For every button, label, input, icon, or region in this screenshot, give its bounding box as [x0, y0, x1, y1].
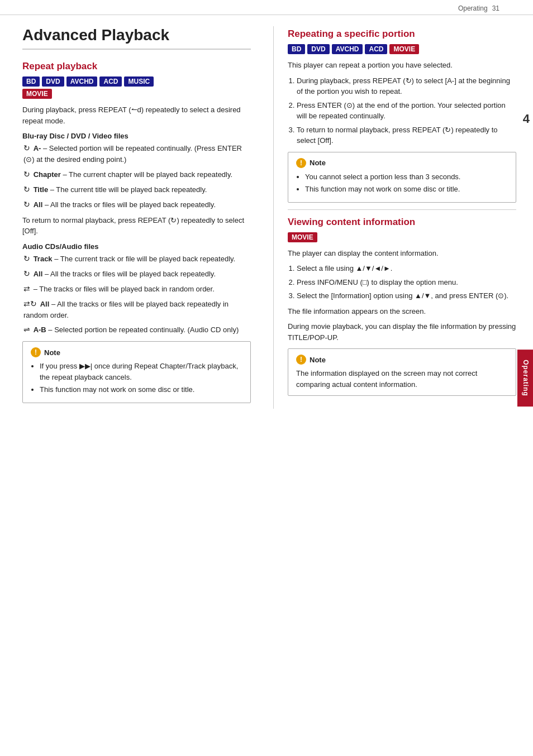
viewing-step-3: Select the [Information] option using ▲/… — [297, 290, 516, 302]
specific-note-item-1: You cannot select a portion less than 3 … — [305, 171, 508, 183]
repeat-item-chapter: ↻ Chapter – The current chapter will be … — [22, 169, 251, 180]
header-page: 31 — [492, 4, 499, 12]
audio-icon-track: ↻ — [23, 254, 30, 263]
specific-step-3: To return to normal playback, press REPE… — [297, 125, 516, 146]
specific-badge-row: BD DVD AVCHD ACD MOVIE — [288, 44, 516, 54]
viewing-note-icon: ! — [296, 355, 306, 365]
viewing-note-title: ! Note — [296, 355, 508, 365]
specific-steps-list: During playback, press REPEAT (↻) to sel… — [297, 75, 516, 146]
audio-item-random: ⇄ – The tracks or files will be played b… — [22, 283, 251, 295]
right-divider — [288, 209, 516, 210]
repeat-badge-row: BD DVD AVCHD ACD MUSIC — [22, 76, 251, 87]
audio-item-all-text: – All the tracks or files will be played… — [45, 270, 216, 278]
audio-item-random-text: – The tracks or files will be played bac… — [34, 285, 215, 293]
specific-note-icon: ! — [296, 158, 306, 168]
repeat-item-all-bold: All — [34, 200, 43, 209]
specific-intro: This player can repeat a portion you hav… — [288, 60, 516, 71]
specific-badge-bd: BD — [288, 44, 305, 54]
repeat-icon-all: ↻ — [23, 200, 30, 209]
repeat-item-chapter-text: – The current chapter will be played bac… — [63, 170, 232, 179]
repeat-item-a-bold: A- — [34, 144, 41, 152]
repeat-item-all-text: – All the tracks or files will be played… — [45, 200, 216, 209]
repeat-note-box: ! Note If you press ▶▶| once during Repe… — [22, 341, 251, 403]
viewing-note-box: ! Note The information displayed on the … — [288, 348, 516, 396]
badge-movie: MOVIE — [22, 89, 52, 99]
audio-item-ab: ⇌ A-B – Selected portion be repeated con… — [22, 324, 251, 336]
repeat-item-chapter-bold: Chapter — [34, 170, 61, 179]
specific-section-title: Repeating a specific portion — [288, 28, 516, 40]
viewing-after-steps: The file information appears on the scre… — [288, 306, 516, 317]
viewing-intro: The player can display the content infor… — [288, 248, 516, 259]
specific-badge-acd: ACD — [365, 44, 387, 54]
badge-acd: ACD — [99, 76, 122, 87]
viewing-step-2: Press INFO/MENU (□) to display the optio… — [297, 277, 516, 288]
specific-step-1: During playback, press REPEAT (↻) to sel… — [297, 75, 516, 97]
badge-music: MUSIC — [124, 76, 154, 87]
repeat-item-all: ↻ All – All the tracks or files will be … — [22, 199, 251, 210]
audio-item-random-all-bold: All — [40, 300, 50, 308]
viewing-section-title: Viewing content information — [288, 217, 516, 228]
audio-icon-random: ⇄ — [23, 284, 30, 293]
repeat-icon-chapter: ↻ — [23, 170, 30, 179]
repeat-note-list: If you press ▶▶| once during Repeat Chap… — [40, 361, 242, 395]
viewing-movie-text: During movie playback, you can display t… — [288, 321, 516, 343]
audio-icon-ab: ⇌ — [23, 325, 30, 334]
repeat-item-a-text: – Selected portion will be repeated cont… — [23, 144, 242, 164]
repeat-badge-row2: MOVIE — [22, 89, 251, 99]
audio-item-random-all: ⇄↻ All – All the tracks or files will be… — [22, 298, 251, 321]
repeat-note-item-1: If you press ▶▶| once during Repeat Chap… — [40, 361, 242, 382]
badge-dvd: DVD — [42, 76, 64, 87]
repeat-note-item-2: This function may not work on some disc … — [40, 384, 242, 395]
audio-item-all-bold: All — [34, 270, 43, 278]
audio-subtitle: Audio CDs/Audio files — [22, 242, 251, 251]
repeat-item-title-text: – The current title will be played back … — [50, 185, 207, 194]
repeat-section-title: Repeat playback — [22, 61, 251, 72]
repeat-item-title-bold: Title — [34, 185, 49, 194]
viewing-badge-movie: MOVIE — [288, 232, 317, 242]
specific-section: Repeating a specific portion BD DVD AVCH… — [288, 28, 516, 203]
repeat-item-title: ↻ Title – The current title will be play… — [22, 184, 251, 195]
bluray-subtitle: Blu-ray Disc / DVD / Video files — [22, 132, 251, 140]
specific-badge-avchd: AVCHD — [332, 44, 363, 54]
repeat-intro: During playback, press REPEAT (↼d) repea… — [22, 104, 251, 126]
badge-bd: BD — [22, 76, 40, 87]
audio-item-ab-bold: A-B — [34, 326, 46, 334]
repeat-note-title: ! Note — [31, 347, 242, 357]
header-section: Operating — [458, 4, 488, 12]
audio-item-all: ↻ All – All the tracks or files will be … — [22, 268, 251, 280]
audio-item-track-text: – The current track or file will be play… — [54, 255, 235, 263]
specific-step-2: Press ENTER (⊙) at the end of the portio… — [297, 100, 516, 122]
audio-item-track-bold: Track — [34, 255, 53, 263]
audio-item-random-all-text: – All the tracks or files will be played… — [23, 300, 229, 319]
viewing-step-1: Select a file using ▲/▼/◄/►. — [297, 263, 516, 274]
audio-item-track: ↻ Track – The current track or file will… — [22, 253, 251, 265]
repeat-return-text: To return to normal playback, press REPE… — [22, 215, 251, 237]
content-wrapper: Advanced Playback Repeat playback BD DVD… — [0, 15, 533, 420]
viewing-note-text: The information displayed on the screen … — [296, 368, 508, 390]
repeat-icon-title: ↻ — [23, 185, 30, 194]
right-column: Repeating a specific portion BD DVD AVCH… — [273, 26, 516, 409]
viewing-badge-row: MOVIE — [288, 232, 516, 242]
specific-badge-movie: MOVIE — [389, 44, 419, 54]
main-title: Advanced Playback — [22, 26, 251, 50]
specific-badge-dvd: DVD — [307, 44, 329, 54]
specific-note-box: ! Note You cannot select a portion less … — [288, 152, 516, 203]
repeat-icon-a: ↻ — [23, 143, 30, 152]
badge-avchd: AVCHD — [66, 76, 98, 87]
audio-icon-all: ↻ — [23, 269, 30, 278]
specific-note-item-2: This function may not work on some disc … — [305, 184, 508, 195]
repeat-note-icon: ! — [31, 347, 41, 357]
specific-note-list: You cannot select a portion less than 3 … — [305, 171, 508, 195]
side-number: 4 — [523, 112, 530, 126]
side-tab: Operating — [517, 350, 533, 406]
specific-note-title: ! Note — [296, 158, 508, 168]
viewing-section: Viewing content information MOVIE The pl… — [288, 217, 516, 396]
page-container: Operating 31 Operating 4 Advanced Playba… — [0, 0, 533, 756]
page-header: Operating 31 — [0, 0, 533, 15]
repeat-item-a: ↻ A- – Selected portion will be repeated… — [22, 142, 251, 165]
repeat-playback-section: Repeat playback BD DVD AVCHD ACD MUSIC M… — [22, 61, 251, 403]
audio-icon-random-all: ⇄↻ — [23, 299, 37, 308]
audio-item-ab-text: – Selected portion be repeated continual… — [48, 326, 239, 334]
viewing-steps-list: Select a file using ▲/▼/◄/►. Press INFO/… — [297, 263, 516, 302]
left-column: Advanced Playback Repeat playback BD DVD… — [22, 26, 256, 409]
